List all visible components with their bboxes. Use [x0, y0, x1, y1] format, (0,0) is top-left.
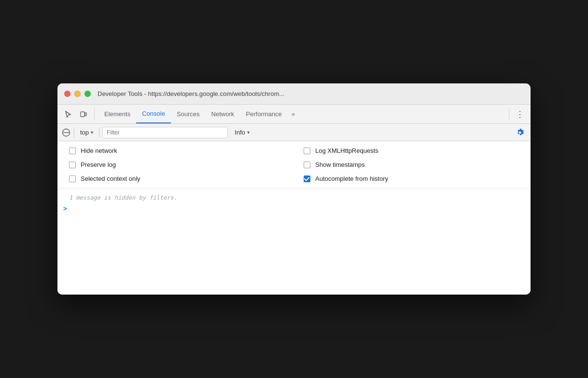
minimize-button[interactable]	[74, 91, 81, 97]
show-timestamps-checkbox[interactable]	[304, 162, 310, 168]
toolbar-divider-2	[509, 108, 509, 120]
console-settings-panel: Hide network Log XMLHttpRequests Preserv…	[57, 141, 531, 189]
maximize-button[interactable]	[84, 91, 91, 97]
log-level-label: Info	[235, 129, 245, 136]
console-input[interactable]	[69, 205, 525, 212]
filter-input[interactable]	[102, 127, 228, 138]
devtools-tabs: Elements Console Sources Network Perform…	[98, 105, 505, 123]
console-output: 1 message is hidden by filters. >	[57, 189, 531, 295]
tab-elements[interactable]: Elements	[98, 105, 136, 123]
setting-hide-network[interactable]: Hide network	[69, 147, 284, 154]
console-settings-button[interactable]	[513, 126, 527, 139]
setting-show-timestamps[interactable]: Show timestamps	[304, 161, 519, 168]
context-arrow: ▾	[91, 130, 93, 135]
preserve-log-label: Preserve log	[81, 161, 116, 168]
hide-network-checkbox[interactable]	[69, 148, 76, 154]
clear-console-button[interactable]	[61, 128, 71, 137]
console-toolbar: top ▾ Info ▾	[57, 124, 531, 141]
filtered-message: 1 message is hidden by filters.	[57, 192, 531, 203]
context-label: top	[80, 129, 89, 136]
tabs-overflow-button[interactable]: »	[288, 110, 299, 118]
svg-rect-0	[81, 112, 84, 117]
setting-autocomplete-history[interactable]: Autocomplete from history	[304, 175, 519, 182]
select-element-icon[interactable]	[61, 108, 75, 121]
console-prompt-chevron[interactable]: >	[63, 205, 67, 212]
toolbar-divider-1	[94, 108, 95, 120]
tab-performance[interactable]: Performance	[240, 105, 287, 123]
tab-network[interactable]: Network	[206, 105, 240, 123]
hide-network-label: Hide network	[81, 147, 117, 154]
traffic-lights	[64, 91, 91, 97]
svg-rect-1	[85, 113, 86, 116]
log-xml-checkbox[interactable]	[304, 148, 310, 154]
console-prompt-row: >	[57, 203, 531, 214]
settings-grid: Hide network Log XMLHttpRequests Preserv…	[69, 147, 519, 182]
devtools-menu-button[interactable]: ⋮	[513, 108, 527, 121]
selected-context-checkbox[interactable]	[69, 176, 76, 182]
device-toggle-icon[interactable]	[77, 108, 90, 121]
setting-selected-context[interactable]: Selected context only	[69, 175, 284, 182]
window-title: Developer Tools - https://developers.goo…	[98, 90, 284, 97]
context-selector[interactable]: top ▾	[77, 128, 96, 137]
devtools-toolbar: Elements Console Sources Network Perform…	[57, 105, 531, 124]
setting-log-xml[interactable]: Log XMLHttpRequests	[304, 147, 519, 154]
log-level-selector[interactable]: Info ▾	[231, 128, 253, 137]
selected-context-label: Selected context only	[81, 175, 140, 182]
autocomplete-history-label: Autocomplete from history	[315, 175, 388, 182]
tab-sources[interactable]: Sources	[171, 105, 206, 123]
preserve-log-checkbox[interactable]	[69, 162, 76, 168]
tab-console[interactable]: Console	[136, 105, 171, 123]
titlebar: Developer Tools - https://developers.goo…	[57, 83, 531, 105]
show-timestamps-label: Show timestamps	[315, 161, 365, 168]
console-toolbar-divider-1	[74, 128, 74, 137]
setting-preserve-log[interactable]: Preserve log	[69, 161, 284, 168]
console-toolbar-divider-2	[99, 128, 99, 137]
log-xml-label: Log XMLHttpRequests	[315, 147, 378, 154]
devtools-window: Developer Tools - https://developers.goo…	[57, 83, 531, 295]
autocomplete-history-checkbox[interactable]	[304, 176, 310, 182]
log-level-arrow: ▾	[247, 130, 250, 135]
close-button[interactable]	[64, 91, 70, 97]
